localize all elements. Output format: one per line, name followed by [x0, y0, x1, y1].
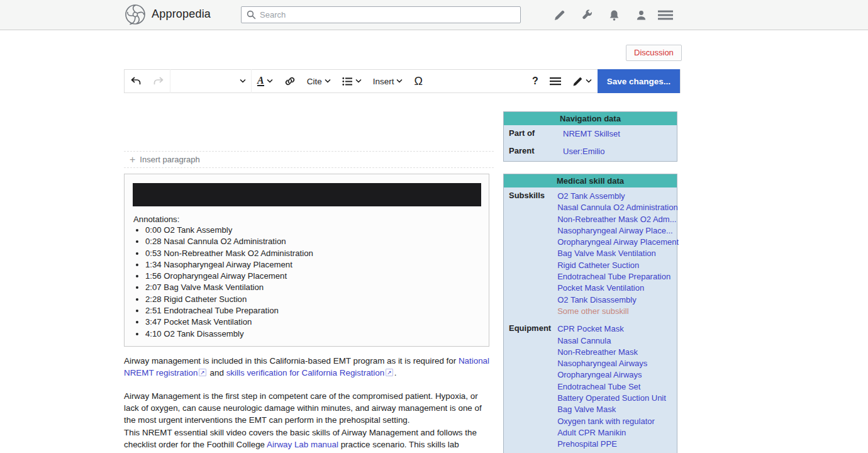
infobox-row: SubskillsO2 Tank AssemblyNasal Cannula O… — [504, 187, 680, 320]
link-line: EMS Jump Bag — [557, 450, 679, 453]
link-line: Non-Rebreather Mask — [557, 347, 679, 358]
tools-wrench-icon[interactable] — [579, 8, 594, 23]
sidebar-link[interactable]: O2 Tank Assembly — [557, 191, 625, 201]
user-icon[interactable] — [633, 8, 648, 23]
sidebar-link[interactable]: Oxygen tank with regulator — [557, 417, 655, 426]
text-style-dropdown[interactable]: A — [252, 70, 279, 92]
sidebar-link[interactable]: Endotracheal Tube Preparation — [557, 272, 670, 281]
paragraph: This NREMT essential skill video covers … — [124, 427, 490, 453]
annotation-item: 3:47 Pocket Mask Ventilation — [145, 316, 313, 328]
external-link-icon: ↗ — [386, 369, 393, 376]
save-changes-button[interactable]: Save changes... — [598, 69, 680, 93]
sidebar-link[interactable]: User:Emilio — [563, 147, 604, 156]
link-line: Bag Valve Mask — [557, 404, 679, 415]
link-line: User:Emilio — [563, 146, 676, 157]
sidebar-link[interactable]: Some other subskill — [557, 306, 628, 316]
annotation-item: 2:07 Bag Valve Mask Ventilation — [145, 282, 313, 293]
site-header: Appropedia — [0, 0, 868, 30]
link-line: Oropharyngeal Airway Placement — [557, 237, 679, 248]
infobox-row-value: CPR Pocket MaskNasal CannulaNon-Rebreath… — [552, 320, 680, 453]
help-icon: ? — [532, 76, 538, 87]
chevron-down-icon — [396, 78, 403, 84]
page-options-button[interactable] — [544, 70, 567, 92]
editing-mode-dropdown[interactable] — [567, 70, 598, 92]
sidebar-link[interactable]: Nasal Cannula O2 Administration — [557, 203, 678, 212]
sidebar-link[interactable]: O2 Tank Disassembly — [557, 295, 636, 305]
link-line: Rigid Catheter Suction — [557, 260, 679, 271]
sidebar-link[interactable]: Battery Operated Suction Unit — [557, 393, 666, 403]
text-run: Airway management is included in this Ca… — [124, 356, 459, 366]
text-run: and — [208, 368, 226, 378]
list-structure-dropdown[interactable] — [337, 70, 367, 92]
annotation-item: 1:56 Oropharyngeal Airway Placement — [145, 271, 313, 282]
infobox-row-label: Equipment — [504, 320, 552, 453]
annotation-item: 0:53 Non-Rebreather Mask O2 Administrati… — [145, 248, 313, 259]
sidebar-link[interactable]: Bag Valve Mask Ventilation — [557, 249, 656, 258]
paragraph-format-dropdown[interactable] — [170, 70, 251, 92]
sidebar-link[interactable]: Rigid Catheter Suction — [557, 260, 639, 270]
infobox-row-label: Subskills — [504, 187, 552, 320]
link-line: Non-Rebreather Mask O2 Adm... — [557, 214, 679, 225]
link-button[interactable] — [279, 70, 301, 92]
video-annotation-block[interactable]: Annotations: 0:00 O2 Tank Assembly0:28 N… — [124, 174, 489, 347]
discussion-tab[interactable]: Discussion — [626, 45, 682, 61]
annotation-item: 2:51 Endotracheal Tube Preparation — [145, 305, 313, 316]
video-player-placeholder[interactable] — [133, 183, 481, 206]
sidebar-link[interactable]: Nasopharyngeal Airways — [557, 359, 647, 368]
insert-dropdown[interactable]: Insert — [367, 70, 409, 92]
search-icon — [247, 10, 256, 20]
sidebar-link[interactable]: Nasal Cannula — [557, 336, 611, 345]
infobox-row: ParentUser:Emilio — [504, 143, 677, 160]
editor-toolbar: A Cite Insert Ω — [124, 69, 681, 93]
sidebar-link[interactable]: Non-Rebreather Mask — [557, 347, 638, 357]
site-title[interactable]: Appropedia — [152, 8, 211, 21]
pencil-icon — [572, 76, 583, 87]
sidebar-link[interactable]: CPR Pocket Mask — [557, 324, 623, 333]
edit-pencil-icon[interactable] — [552, 8, 567, 23]
annotation-item: 4:10 O2 Tank Disassembly — [145, 328, 313, 340]
content-link[interactable]: skills verification for California Regis… — [226, 368, 385, 378]
undo-button[interactable] — [125, 70, 147, 92]
navigation-data-infobox: Navigation data Part ofNREMT SkillsetPar… — [503, 111, 677, 162]
paragraph: Airway Management is the first step in c… — [124, 390, 490, 427]
notifications-bell-icon[interactable] — [606, 8, 621, 23]
link-line: O2 Tank Disassembly — [557, 294, 679, 306]
link-line: Nasopharyngeal Airways — [557, 358, 679, 369]
link-line: O2 Tank Assembly — [557, 191, 679, 202]
sidebar-link[interactable]: Oropharyngeal Airway Placement — [557, 237, 679, 247]
link-line: Pocket Mask Ventilation — [557, 282, 679, 294]
sidebar-link[interactable]: Oropharyngeal Airways — [557, 370, 642, 379]
insert-paragraph-button[interactable]: + Insert paragraph — [124, 151, 494, 168]
external-link-icon: ↗ — [199, 369, 206, 376]
sidebar-link[interactable]: Non-Rebreather Mask O2 Adm... — [557, 215, 676, 224]
sidebar-link[interactable]: Endotracheal Tube Set — [557, 382, 640, 391]
infobox-row-label: Parent — [504, 143, 558, 160]
sidebar-link[interactable]: Adult CPR Manikin — [557, 428, 626, 437]
sidebar-link[interactable]: NREMT Skillset — [563, 129, 620, 138]
annotations-heading: Annotations: — [133, 215, 179, 224]
omega-icon: Ω — [414, 75, 422, 88]
appropedia-logo-icon[interactable] — [123, 3, 147, 28]
plus-icon: + — [130, 155, 135, 165]
infobox-row-value: User:Emilio — [558, 143, 677, 160]
search-input[interactable] — [260, 10, 520, 20]
link-line: Nasal Cannula — [557, 335, 679, 347]
sidebar-link[interactable]: EMS Jump Bag — [557, 451, 614, 453]
cite-dropdown[interactable]: Cite — [301, 70, 337, 92]
sidebar-link[interactable]: Pocket Mask Ventilation — [557, 283, 644, 293]
redo-button[interactable] — [147, 70, 170, 92]
menu-icon[interactable] — [658, 8, 673, 23]
help-button[interactable]: ? — [526, 70, 544, 92]
sidebar-link[interactable]: Nasopharyngeal Airway Place... — [557, 226, 673, 235]
link-line: Endotracheal Tube Set — [557, 381, 679, 393]
annotations-list: 0:00 O2 Tank Assembly0:28 Nasal Cannula … — [133, 225, 313, 340]
sidebar-link[interactable]: Prehospital PPE — [557, 439, 617, 449]
link-line: Nasal Cannula O2 Administration — [557, 202, 679, 213]
link-line: Oropharyngeal Airways — [557, 369, 679, 381]
text-style-icon: A — [257, 76, 264, 86]
sidebar-link[interactable]: Bag Valve Mask — [557, 405, 616, 414]
special-character-button[interactable]: Ω — [408, 70, 428, 92]
hamburger-icon — [550, 77, 561, 86]
content-link[interactable]: Airway Lab manual — [267, 440, 338, 449]
infobox-title: Navigation data — [504, 112, 677, 125]
